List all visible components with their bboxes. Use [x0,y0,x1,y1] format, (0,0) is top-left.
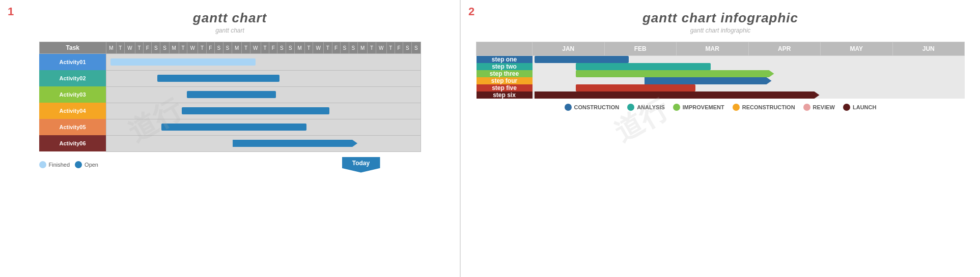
bar-cell-3 [106,86,421,103]
legend-open-label: Open [85,162,98,168]
legend-launch: LAUNCH [843,104,876,111]
gantt2-legend: CONSTRUCTION ANALYSIS IMPROVEMENT RECONS… [476,104,965,111]
step-bar-2 [576,63,711,70]
today-label: Today [352,160,370,167]
panel-number-1: 1 [8,5,14,18]
legend-dot-improvement [673,104,680,111]
activity-btn-1: Activity01 [39,54,106,70]
gantt1-body: Activity01 Activity02 [39,54,421,152]
step-bar-6 [535,91,820,99]
step-bar-3 [576,70,774,77]
activity-label-5: Activity05 [39,119,106,135]
bar-activity6 [233,140,357,147]
legend-label-launch: LAUNCH [853,104,876,110]
day-t3: T [179,42,187,54]
day-w4: W [313,42,324,54]
legend-reconstruction: RECONSTRUCTION [733,104,795,111]
bar-activity5 [161,124,306,131]
table-row: step three [477,70,965,77]
month-jan: JAN [533,42,605,56]
month-jun: JUN [892,42,965,56]
day-t6: T [261,42,269,54]
gantt2-header: JAN FEB MAR APR MAY JUN [477,42,965,56]
step-label-text-5: step five [477,84,533,91]
gantt1-header: Task MTWTFSS MTWTFSS MTWTFSS MTWTFSS MTW… [39,42,421,54]
step-label-4: step four [477,77,533,84]
legend-open: Open [75,161,98,168]
day-s9: S [403,42,412,54]
table-row: step four [477,77,965,84]
step-label-text-1: step one [477,56,533,63]
activity-label-3: Activity03 [39,86,106,103]
day-t1: T [116,42,124,54]
gantt1-footer: Finished Open Today [39,157,421,173]
activity-label-6: Activity06 [39,135,106,151]
step-label-text-3: step three [477,70,533,77]
day-t5: T [242,42,250,54]
bar-cell-5 [106,119,421,135]
day-f5: F [395,42,403,54]
legend-finished-label: Finished [49,162,70,168]
day-w3: W [250,42,261,54]
day-m4: M [295,42,305,54]
step-label-1: step one [477,56,533,64]
bar-activity1 [110,58,256,66]
day-s8: S [349,42,357,54]
day-s6: S [286,42,295,54]
step-bar-cell-3 [533,70,965,77]
step-bar-5 [576,84,695,91]
activity-btn-5: Activity05 [39,119,106,135]
step-bar-cell-5 [533,84,965,91]
activity-label-1: Activity01 [39,54,106,71]
task-col-header: Task [39,42,106,54]
step-header [477,42,533,56]
day-s10: S [412,42,421,54]
legend-label-construction: CONSTRUCTION [574,104,620,110]
day-s7: S [340,42,349,54]
table-row: Activity05 [39,119,421,135]
bar-cell-4 [106,103,421,119]
table-row: step two [477,63,965,70]
bar-activity4 [182,107,329,114]
bar-cell-1 [106,54,421,71]
day-s2: S [160,42,169,54]
day-s5: S [277,42,286,54]
step-bar-cell-1 [533,56,965,64]
day-f2: F [206,42,214,54]
gantt2-container: JAN FEB MAR APR MAY JUN step one [476,42,965,111]
step-label-3: step three [477,70,533,77]
day-t2: T [135,42,143,54]
table-row: Activity06 [39,135,421,151]
step-bar-1 [535,56,629,63]
day-w1: W [124,42,135,54]
bar-activity3 [187,91,276,98]
legend-label-review: REVIEW [813,104,835,110]
legend-dot-reconstruction [733,104,740,111]
legend-dot-launch [843,104,850,111]
step-label-text-2: step two [477,63,533,70]
bar-cell-2 [106,70,421,86]
step-bar-cell-4 [533,77,965,84]
step-label-2: step two [477,63,533,70]
today-tag: Today [342,157,380,173]
month-apr: APR [748,42,821,56]
legend-analysis: ANALYSIS [627,104,665,111]
activity-label-4: Activity04 [39,103,106,119]
panel1-subtitle: gantt chart [15,27,444,34]
legend-label-improvement: IMPROVEMENT [683,104,724,110]
step-bar-cell-2 [533,63,965,70]
table-row: step one [477,56,965,64]
activity-btn-6: Activity06 [39,135,106,151]
day-t9: T [368,42,376,54]
step-bar-cell-6 [533,91,965,99]
step-label-text-4: step four [477,77,533,84]
month-may: MAY [821,42,893,56]
step-label-text-6: step six [477,91,533,99]
panel-number-2: 2 [468,5,474,18]
legend-dot-construction [565,104,572,111]
table-row: Activity02 [39,70,421,86]
panel-1: 1 gantt chart gantt chart Task MTWTFSS M… [0,0,460,277]
table-row: step six [477,91,965,99]
day-m1: M [106,42,117,54]
activity-label-2: Activity02 [39,70,106,86]
